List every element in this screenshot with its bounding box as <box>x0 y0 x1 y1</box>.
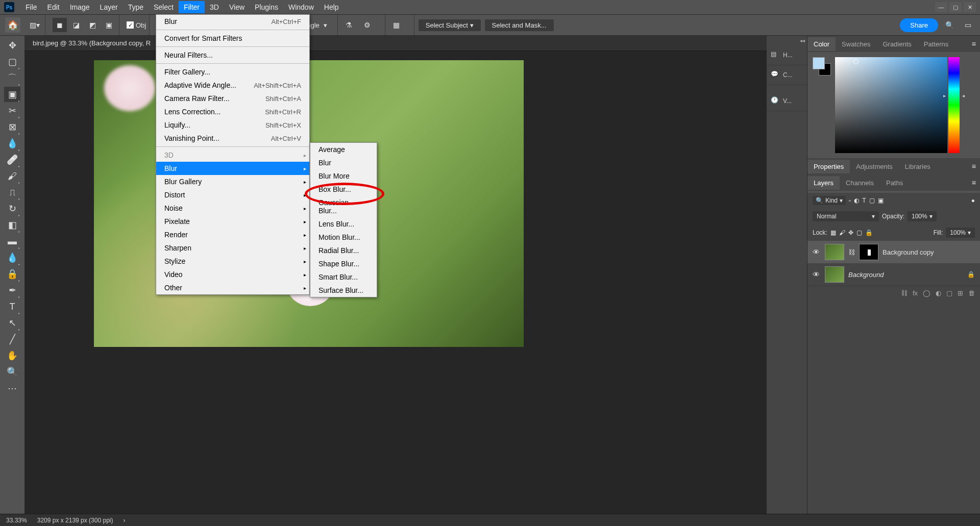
panel-menu-icon[interactable]: ≡ <box>968 179 980 187</box>
lock-icon[interactable]: 🔒 <box>967 271 975 278</box>
brush-tool[interactable]: 🖌 <box>4 168 20 184</box>
menu-noise-sub[interactable]: Noise <box>156 202 309 215</box>
blur-motion[interactable]: Motion Blur... <box>310 231 377 244</box>
history-mini-tab[interactable]: ▤H... <box>767 45 807 65</box>
menu-other-sub[interactable]: Other <box>156 281 309 294</box>
menu-adaptive-wide[interactable]: Adaptive Wide Angle...Alt+Shift+Ctrl+A <box>156 79 309 92</box>
layer-mask-icon[interactable]: ◯ <box>923 289 930 297</box>
mask-link-icon[interactable]: ⛓ <box>848 248 855 256</box>
status-chevron-icon[interactable]: › <box>123 517 125 524</box>
menu-video-sub[interactable]: Video <box>156 268 309 281</box>
version-mini-tab[interactable]: 🕐V... <box>767 91 807 111</box>
layer-filter-kind[interactable]: 🔍 Kind ▾ <box>813 196 846 205</box>
menu-last-filter[interactable]: BlurAlt+Ctrl+F <box>156 15 309 28</box>
blur-shape[interactable]: Shape Blur... <box>310 257 377 270</box>
filter-shape-icon[interactable]: ▢ <box>869 197 875 204</box>
foreground-color[interactable] <box>813 57 825 69</box>
blur-smart[interactable]: Smart Blur... <box>310 270 377 284</box>
dodge-tool[interactable]: 🔒 <box>4 266 20 282</box>
menu-stylize-sub[interactable]: Stylize <box>156 255 309 268</box>
minimize-button[interactable]: — <box>935 2 947 12</box>
menu-type[interactable]: Type <box>123 1 149 13</box>
more-tools[interactable]: ⋯ <box>4 381 20 396</box>
saturation-brightness-picker[interactable] <box>835 57 947 153</box>
layer-name[interactable]: Background copy <box>883 248 934 256</box>
lasso-tool[interactable]: ⌒ <box>4 70 20 86</box>
zoom-tool[interactable]: 🔍 <box>4 364 20 380</box>
gradient-tool[interactable]: ▬ <box>4 234 20 249</box>
pen-tool[interactable]: ✒ <box>4 283 20 298</box>
collapse-icon[interactable]: ◂◂ <box>767 36 807 45</box>
swatches-tab[interactable]: Swatches <box>836 37 876 51</box>
filter-smart-icon[interactable]: ▣ <box>878 197 884 204</box>
blur-radial[interactable]: Radial Blur... <box>310 244 377 257</box>
delete-layer-icon[interactable]: 🗑 <box>968 289 975 297</box>
lock-transparent-icon[interactable]: ▦ <box>830 229 836 236</box>
libraries-tab[interactable]: Libraries <box>899 160 937 173</box>
gradients-tab[interactable]: Gradients <box>876 37 917 51</box>
comments-mini-tab[interactable]: 💬C... <box>767 65 807 85</box>
stamp-tool[interactable]: ⎍ <box>4 185 20 200</box>
crop-tool[interactable]: ✂ <box>4 103 20 118</box>
group-icon[interactable]: ▢ <box>946 289 952 297</box>
lock-image-icon[interactable]: 🖌 <box>839 229 845 236</box>
canvas-viewport[interactable] <box>24 51 767 514</box>
hue-slider[interactable] <box>948 57 960 153</box>
new-selection-icon[interactable]: ◼ <box>53 18 67 32</box>
layer-thumbnail[interactable] <box>825 266 844 283</box>
menu-image[interactable]: Image <box>65 1 95 13</box>
path-tool[interactable]: ↖ <box>4 315 20 331</box>
layer-thumbnail[interactable] <box>825 244 844 260</box>
menu-sharpen-sub[interactable]: Sharpen <box>156 241 309 255</box>
lock-artboard-icon[interactable]: ▢ <box>856 229 862 236</box>
menu-view[interactable]: View <box>224 1 250 13</box>
menu-filter-gallery[interactable]: Filter Gallery... <box>156 65 309 79</box>
adjustments-tab[interactable]: Adjustments <box>850 160 899 173</box>
line-tool[interactable]: ╱ <box>4 332 20 347</box>
close-button[interactable]: ✕ <box>964 2 976 12</box>
adjustment-layer-icon[interactable]: ◐ <box>936 289 941 297</box>
search-icon[interactable]: 🔍 <box>942 18 957 32</box>
visibility-icon[interactable]: 👁 <box>813 270 821 279</box>
menu-render-sub[interactable]: Render <box>156 228 309 241</box>
menu-camera-raw[interactable]: Camera Raw Filter...Shift+Ctrl+A <box>156 92 309 105</box>
layer-row[interactable]: 👁 Background 🔒 <box>807 263 980 286</box>
refine-hair-icon[interactable]: ⚗ <box>342 18 356 32</box>
foreground-background-swatch[interactable] <box>813 57 831 76</box>
channels-tab[interactable]: Channels <box>840 176 880 190</box>
add-selection-icon[interactable]: ◪ <box>69 18 83 32</box>
subtract-selection-icon[interactable]: ◩ <box>85 18 100 32</box>
lock-all-icon[interactable]: 🔒 <box>865 229 873 236</box>
eyedropper-tool[interactable]: 💧 <box>4 136 20 151</box>
layer-row[interactable]: 👁 ⛓ Background copy <box>807 241 980 263</box>
home-button[interactable]: 🏠 <box>5 17 20 33</box>
layers-tab[interactable]: Layers <box>807 176 840 190</box>
panel-menu-icon[interactable]: ≡ <box>968 162 980 170</box>
visibility-icon[interactable]: 👁 <box>813 248 821 256</box>
menu-lens-correction[interactable]: Lens Correction...Shift+Ctrl+R <box>156 105 309 118</box>
menu-plugins[interactable]: Plugins <box>250 1 283 13</box>
type-tool[interactable]: T <box>4 299 20 314</box>
style-dropdown-icon[interactable]: ▾ <box>324 21 327 29</box>
patterns-tab[interactable]: Patterns <box>918 37 954 51</box>
maximize-button[interactable]: ▢ <box>949 2 962 12</box>
filter-pixel-icon[interactable]: ▫ <box>849 197 851 204</box>
menu-vanishing-point[interactable]: Vanishing Point...Alt+Ctrl+V <box>156 132 309 145</box>
obj-checkbox[interactable]: ✓ <box>127 21 134 29</box>
filter-type-icon[interactable]: T <box>862 197 866 204</box>
blur-tool[interactable]: 💧 <box>4 250 20 265</box>
menu-neural-filters[interactable]: Neural Filters... <box>156 48 309 62</box>
menu-pixelate-sub[interactable]: Pixelate <box>156 215 309 228</box>
blend-mode-select[interactable]: Normal▾ <box>813 211 879 221</box>
menu-3d[interactable]: 3D <box>205 1 224 13</box>
menu-convert-smart[interactable]: Convert for Smart Filters <box>156 32 309 45</box>
menu-window[interactable]: Window <box>283 1 319 13</box>
tool-preset[interactable]: ▨▾ <box>28 18 42 32</box>
select-subject-button[interactable]: Select Subject ▾ <box>419 19 481 31</box>
layer-name[interactable]: Background <box>848 271 884 279</box>
lock-position-icon[interactable]: ✥ <box>848 229 853 236</box>
menu-edit[interactable]: Edit <box>42 1 65 13</box>
opacity-input[interactable]: 100% ▾ <box>908 211 937 221</box>
menu-blur-gallery-sub[interactable]: Blur Gallery <box>156 175 309 188</box>
history-brush-tool[interactable]: ↻ <box>4 201 20 216</box>
